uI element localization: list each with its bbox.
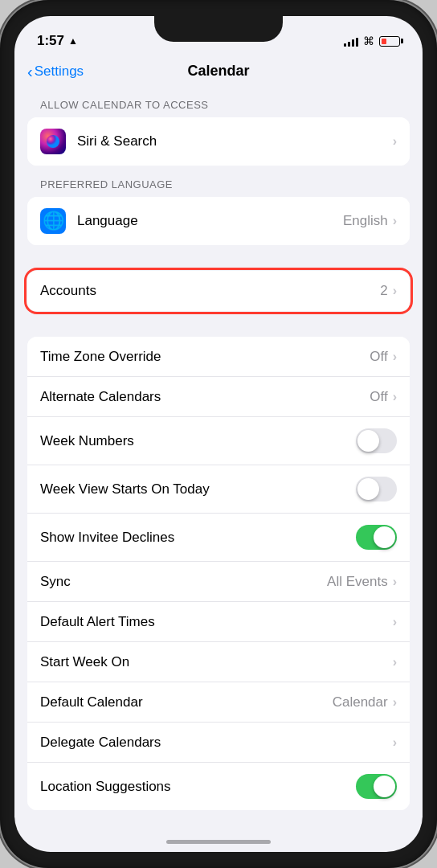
language-chevron-icon: › bbox=[393, 214, 397, 228]
nav-header: ‹ Settings Calendar bbox=[14, 56, 423, 86]
default-calendar-value: Calendar bbox=[333, 694, 388, 710]
location-label: Location Suggestions bbox=[40, 779, 356, 795]
back-chevron-icon: ‹ bbox=[27, 63, 33, 80]
week-view-toggle[interactable] bbox=[356, 477, 397, 502]
list-item-default-calendar[interactable]: Default Calendar Calendar › bbox=[27, 682, 410, 723]
start-week-chevron-icon: › bbox=[393, 655, 397, 669]
location-toggle[interactable] bbox=[356, 774, 397, 799]
page-title: Calendar bbox=[187, 63, 249, 80]
list-item-invitee[interactable]: Show Invitee Declines bbox=[27, 514, 410, 562]
alert-times-label: Default Alert Times bbox=[40, 614, 393, 630]
clock-label: 1:57 bbox=[37, 33, 64, 49]
signal-bar-2 bbox=[348, 42, 350, 47]
signal-bar-1 bbox=[344, 43, 346, 47]
list-item-week-numbers[interactable]: Week Numbers bbox=[27, 417, 410, 465]
accounts-value: 2 bbox=[380, 283, 387, 299]
accounts-chevron-icon: › bbox=[393, 284, 397, 298]
spacer-1 bbox=[14, 245, 423, 258]
sync-chevron-icon: › bbox=[393, 575, 397, 589]
list-item-delegate[interactable]: Delegate Calendars › bbox=[27, 723, 410, 763]
list-item-language[interactable]: 🌐 Language English › bbox=[27, 197, 410, 245]
phone-screen: 1:57 ▲ ⌘ ‹ Settings bbox=[14, 16, 423, 852]
list-item-accounts[interactable]: Accounts 2 › bbox=[27, 271, 410, 311]
list-item-sync[interactable]: Sync All Events › bbox=[27, 562, 410, 602]
delegate-chevron-icon: › bbox=[393, 735, 397, 750]
accounts-group: Accounts 2 › bbox=[27, 271, 410, 311]
invitee-toggle-knob bbox=[374, 526, 395, 548]
signal-bar-4 bbox=[356, 38, 358, 47]
list-item-timezone[interactable]: Time Zone Override Off › bbox=[27, 337, 410, 377]
invitee-toggle[interactable] bbox=[356, 525, 397, 550]
notch bbox=[154, 16, 283, 42]
section-allow-access: ALLOW CALENDAR TO ACCESS bbox=[14, 86, 423, 166]
svg-point-0 bbox=[47, 135, 59, 148]
list-item-location[interactable]: Location Suggestions bbox=[27, 763, 410, 810]
language-value: English bbox=[343, 213, 388, 229]
section-language: PREFERRED LANGUAGE 🌐 Language English › bbox=[14, 166, 423, 245]
status-time: 1:57 ▲ bbox=[37, 33, 78, 49]
siri-label: Siri & Search bbox=[77, 133, 393, 149]
default-calendar-label: Default Calendar bbox=[40, 694, 333, 710]
invitee-label: Show Invitee Declines bbox=[40, 530, 356, 546]
siri-svg bbox=[45, 133, 61, 149]
alert-times-chevron-icon: › bbox=[393, 615, 397, 629]
language-label: Language bbox=[77, 213, 343, 229]
week-numbers-label: Week Numbers bbox=[40, 433, 356, 449]
week-view-label: Week View Starts On Today bbox=[40, 481, 356, 497]
list-item-start-week[interactable]: Start Week On › bbox=[27, 642, 410, 682]
wifi-icon: ⌘ bbox=[363, 35, 374, 47]
list-item-alert-times[interactable]: Default Alert Times › bbox=[27, 602, 410, 642]
signal-icon bbox=[344, 36, 358, 47]
language-group: 🌐 Language English › bbox=[27, 197, 410, 245]
alternate-label: Alternate Calendars bbox=[40, 389, 370, 405]
sync-value: All Events bbox=[327, 574, 388, 590]
location-toggle-knob bbox=[374, 776, 395, 797]
sync-label: Sync bbox=[40, 574, 327, 590]
location-arrow-icon: ▲ bbox=[68, 35, 78, 47]
timezone-chevron-icon: › bbox=[393, 350, 397, 364]
language-icon: 🌐 bbox=[40, 208, 66, 234]
globe-icon: 🌐 bbox=[43, 211, 64, 231]
week-view-toggle-knob bbox=[357, 478, 379, 500]
start-week-label: Start Week On bbox=[40, 654, 393, 670]
list-item-alternate[interactable]: Alternate Calendars Off › bbox=[27, 377, 410, 417]
timezone-label: Time Zone Override bbox=[40, 349, 370, 365]
delegate-label: Delegate Calendars bbox=[40, 735, 393, 751]
section-header-language: PREFERRED LANGUAGE bbox=[14, 166, 423, 197]
siri-icon bbox=[40, 129, 66, 154]
battery-icon bbox=[379, 36, 400, 47]
section-header-allow: ALLOW CALENDAR TO ACCESS bbox=[14, 86, 423, 117]
content-scroll[interactable]: ALLOW CALENDAR TO ACCESS bbox=[14, 86, 423, 841]
allow-access-group: Siri & Search › bbox=[27, 117, 410, 166]
signal-bar-3 bbox=[352, 39, 354, 47]
battery-fill bbox=[382, 39, 386, 44]
default-calendar-chevron-icon: › bbox=[393, 695, 397, 710]
week-numbers-toggle[interactable] bbox=[356, 428, 397, 453]
accounts-label: Accounts bbox=[40, 283, 380, 299]
alternate-value: Off bbox=[370, 389, 387, 405]
list-item-siri[interactable]: Siri & Search › bbox=[27, 117, 410, 166]
week-numbers-toggle-knob bbox=[357, 430, 379, 452]
alternate-chevron-icon: › bbox=[393, 390, 397, 404]
status-icons: ⌘ bbox=[344, 35, 400, 47]
phone-frame: 1:57 ▲ ⌘ ‹ Settings bbox=[0, 0, 437, 868]
back-button[interactable]: ‹ Settings bbox=[27, 63, 84, 80]
list-item-week-view[interactable]: Week View Starts On Today bbox=[27, 465, 410, 514]
spacer-2 bbox=[14, 324, 423, 337]
siri-chevron-icon: › bbox=[393, 134, 397, 149]
timezone-value: Off bbox=[370, 349, 387, 365]
back-label[interactable]: Settings bbox=[35, 63, 84, 80]
home-indicator bbox=[166, 840, 271, 844]
calendar-settings-group: Time Zone Override Off › Alternate Calen… bbox=[27, 337, 410, 810]
